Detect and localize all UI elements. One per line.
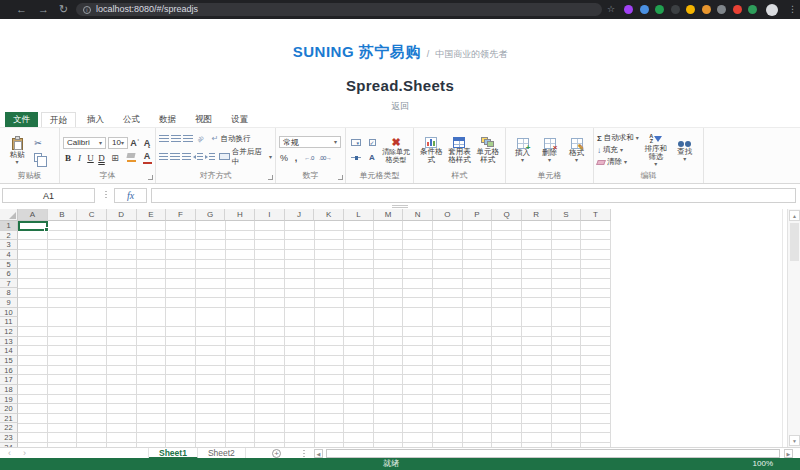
column-header-S[interactable]: S — [552, 209, 582, 221]
insert-cells-button[interactable]: + 插入 ▾ — [510, 138, 536, 163]
find-button[interactable]: 查找 ▾ — [673, 139, 697, 162]
dialog-launcher-icon[interactable] — [148, 175, 153, 180]
font-color-button[interactable]: A — [140, 151, 154, 164]
align-right-icon[interactable] — [182, 153, 191, 161]
decrease-indent-icon[interactable] — [193, 153, 203, 161]
column-header-C[interactable]: C — [77, 209, 107, 221]
horizontal-scrollbar[interactable] — [326, 449, 780, 458]
wrap-text-button[interactable]: ↵ 自动换行 — [212, 134, 251, 144]
extension-icon[interactable] — [702, 5, 711, 14]
fill-button[interactable]: ↓ 填充 ▾ — [597, 145, 639, 155]
column-header-M[interactable]: M — [374, 209, 404, 221]
column-header-T[interactable]: T — [581, 209, 611, 221]
column-header-O[interactable]: O — [433, 209, 463, 221]
row-header-18[interactable]: 18 — [0, 385, 18, 395]
row-header-8[interactable]: 8 — [0, 288, 18, 298]
italic-button[interactable]: I — [75, 151, 84, 164]
column-header-G[interactable]: G — [196, 209, 226, 221]
formula-bar-gripper[interactable] — [105, 191, 107, 200]
add-sheet-button[interactable]: + — [272, 449, 281, 458]
column-header-E[interactable]: E — [137, 209, 167, 221]
site-info-icon[interactable]: i — [83, 6, 91, 14]
column-header-L[interactable]: L — [344, 209, 374, 221]
column-header-A[interactable]: A — [18, 209, 48, 221]
row-header-9[interactable]: 9 — [0, 298, 18, 308]
align-bottom-icon[interactable] — [183, 135, 193, 143]
font-size-select[interactable]: 10 ▾ — [108, 137, 128, 149]
table-style-button[interactable]: 套用表格样式 — [445, 137, 473, 164]
delete-cells-button[interactable]: × 删除 ▾ — [537, 138, 563, 163]
row-header-7[interactable]: 7 — [0, 279, 18, 289]
scroll-down-icon[interactable]: ▼ — [789, 435, 800, 446]
column-header-N[interactable]: N — [403, 209, 433, 221]
grid-cells[interactable] — [18, 221, 611, 447]
label-celltype-button[interactable]: A — [365, 151, 379, 164]
font-family-select[interactable]: Calibri ▾ — [63, 137, 106, 149]
scroll-left-icon[interactable]: ◀ — [314, 449, 323, 458]
name-box[interactable]: A1 — [2, 188, 95, 203]
row-header-12[interactable]: 12 — [0, 327, 18, 337]
cut-button[interactable]: ✂ — [31, 137, 45, 150]
column-header-Q[interactable]: Q — [492, 209, 522, 221]
bold-button[interactable]: B — [63, 151, 73, 164]
row-header-5[interactable]: 5 — [0, 260, 18, 270]
row-header-6[interactable]: 6 — [0, 269, 18, 279]
double-underline-button[interactable]: D — [97, 151, 106, 164]
fx-button[interactable]: fx — [114, 188, 147, 203]
row-header-14[interactable]: 14 — [0, 346, 18, 356]
format-cells-button[interactable]: ✎ 格式 ▾ — [564, 138, 590, 163]
checkbox-celltype-button[interactable]: ✓ — [365, 136, 379, 149]
row-header-22[interactable]: 22 — [0, 423, 18, 433]
ribbon-tab-开始[interactable]: 开始 — [41, 112, 76, 127]
formula-bar-resize-handle[interactable] — [392, 205, 408, 208]
active-cell-selection[interactable] — [18, 221, 48, 231]
reload-icon[interactable]: ↻ — [59, 0, 68, 19]
align-left-icon[interactable] — [159, 153, 168, 161]
address-bar[interactable]: i localhost:8080/#/spreadjs — [76, 3, 602, 16]
vertical-scrollbar[interactable]: ▲ ▼ — [787, 209, 800, 447]
extension-icon[interactable] — [640, 5, 649, 14]
bookmark-star-icon[interactable]: ☆ — [607, 0, 615, 19]
extension-icon[interactable] — [686, 5, 695, 14]
column-header-K[interactable]: K — [314, 209, 344, 221]
copy-button[interactable] — [31, 151, 45, 164]
row-header-17[interactable]: 17 — [0, 375, 18, 385]
dialog-launcher-icon[interactable] — [338, 175, 343, 180]
increase-decimal-icon[interactable]: ←.0 — [303, 151, 315, 164]
row-header-3[interactable]: 3 — [0, 240, 18, 250]
row-header-13[interactable]: 13 — [0, 337, 18, 347]
column-header-D[interactable]: D — [107, 209, 137, 221]
row-header-4[interactable]: 4 — [0, 250, 18, 260]
formula-input[interactable] — [151, 188, 796, 203]
clear-celltype-button[interactable]: ✖ 清除单元格类型 — [382, 137, 410, 163]
row-header-20[interactable]: 20 — [0, 404, 18, 414]
merge-center-button[interactable]: 合并后居中 ▾ — [219, 147, 272, 167]
row-header-11[interactable]: 11 — [0, 317, 18, 327]
column-header-J[interactable]: J — [285, 209, 315, 221]
underline-button[interactable]: U — [86, 151, 95, 164]
row-header-15[interactable]: 15 — [0, 356, 18, 366]
combo-celltype-button[interactable]: ▾ — [349, 136, 363, 149]
align-center-icon[interactable] — [170, 153, 179, 161]
ribbon-tab-设置[interactable]: 设置 — [223, 112, 256, 127]
forward-icon[interactable]: → — [38, 0, 49, 19]
ribbon-tab-公式[interactable]: 公式 — [115, 112, 148, 127]
select-all-corner[interactable] — [0, 209, 18, 221]
column-header-B[interactable]: B — [48, 209, 78, 221]
increase-indent-icon[interactable] — [205, 153, 215, 161]
paste-button[interactable]: 粘贴 ▾ — [3, 136, 31, 165]
extension-icon[interactable] — [717, 5, 726, 14]
browser-menu-icon[interactable]: ⋮ — [788, 0, 797, 19]
slider-celltype-button[interactable] — [349, 151, 363, 164]
column-header-R[interactable]: R — [522, 209, 552, 221]
decrease-font-button[interactable]: Ą — [142, 136, 152, 149]
row-header-16[interactable]: 16 — [0, 366, 18, 376]
conditional-format-button[interactable]: 条件格式 — [417, 137, 445, 164]
align-top-icon[interactable] — [159, 135, 169, 143]
row-header-21[interactable]: 21 — [0, 414, 18, 424]
number-format-select[interactable]: 常规 ▾ — [279, 136, 341, 148]
column-header-P[interactable]: P — [463, 209, 493, 221]
extension-icon[interactable] — [655, 5, 664, 14]
row-header-23[interactable]: 23 — [0, 433, 18, 443]
fill-color-button[interactable] — [124, 151, 138, 164]
